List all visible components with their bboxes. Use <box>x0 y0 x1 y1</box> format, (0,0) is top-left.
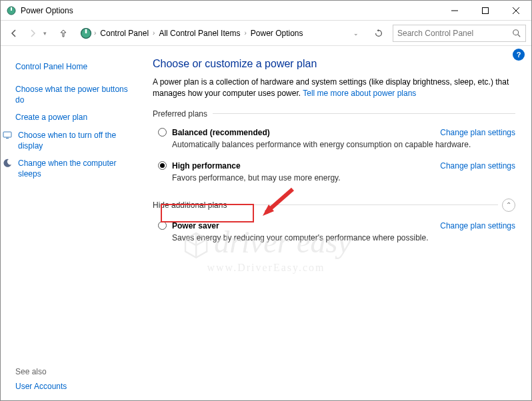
plan-radio-balanced[interactable]: Balanced (recommended) <box>158 128 270 137</box>
power-options-icon <box>6 5 17 16</box>
close-button[interactable] <box>501 1 531 21</box>
crumb-power-options[interactable]: Power Options <box>248 29 306 38</box>
window-title: Power Options <box>21 6 73 15</box>
titlebar-left: Power Options <box>6 5 73 16</box>
plan-high-performance: High performance Change plan settings Fa… <box>153 157 515 191</box>
plan-desc-high-performance: Favors performance, but may use more ene… <box>172 173 515 183</box>
svg-point-8 <box>513 29 519 35</box>
search-icon[interactable] <box>512 29 521 38</box>
breadcrumb-dropdown[interactable]: ⌄ <box>350 30 362 37</box>
sidebar-link-display-off[interactable]: Choose when to turn off the display <box>15 127 133 155</box>
plan-desc-power-saver: Saves energy by reducing your computer's… <box>172 233 515 242</box>
sidebar-link-power-buttons[interactable]: Choose what the power buttons do <box>15 81 133 109</box>
radio-icon <box>158 221 167 230</box>
crumb-control-panel[interactable]: Control Panel <box>97 29 151 38</box>
moon-icon <box>2 158 13 169</box>
hide-additional-header[interactable]: Hide additional plans ⌃ <box>153 199 515 212</box>
back-button[interactable] <box>6 25 22 41</box>
svg-rect-11 <box>6 138 9 139</box>
crumb-sep-icon[interactable]: › <box>151 29 156 37</box>
crumb-all-items[interactable]: All Control Panel Items <box>156 29 243 38</box>
search-input[interactable] <box>397 29 512 38</box>
display-icon <box>2 130 13 141</box>
svg-rect-10 <box>3 132 11 137</box>
help-icon[interactable]: ? <box>513 49 525 61</box>
svg-rect-1 <box>11 7 12 11</box>
maximize-button[interactable] <box>470 1 501 21</box>
navbar: ▾ › Control Panel › All Control Panel It… <box>1 21 531 46</box>
sidebar-bottom: See also User Accounts <box>15 367 67 391</box>
change-settings-power-saver[interactable]: Change plan settings <box>440 221 515 230</box>
crumb-sep-icon[interactable]: › <box>93 29 97 37</box>
sidebar-link-create-plan[interactable]: Create a power plan <box>15 109 133 126</box>
up-button[interactable] <box>55 25 71 41</box>
svg-rect-3 <box>483 7 489 13</box>
history-dropdown[interactable]: ▾ <box>43 30 53 37</box>
sidebar: Control Panel Home Choose what the power… <box>1 46 141 400</box>
page-description: A power plan is a collection of hardware… <box>153 77 515 100</box>
preferred-plans-header: Preferred plans <box>153 109 515 119</box>
forward-button[interactable] <box>25 25 41 41</box>
refresh-button[interactable] <box>370 25 387 42</box>
change-settings-high-performance[interactable]: Change plan settings <box>440 161 515 171</box>
power-options-addr-icon <box>79 27 93 40</box>
change-settings-balanced[interactable]: Change plan settings <box>440 128 515 137</box>
collapse-icon[interactable]: ⌃ <box>502 199 515 212</box>
breadcrumb: › Control Panel › All Control Panel Item… <box>77 25 365 42</box>
svg-rect-7 <box>85 29 87 33</box>
crumb-sep-icon[interactable]: › <box>243 29 247 37</box>
learn-more-link[interactable]: Tell me more about power plans <box>303 89 416 98</box>
plan-radio-power-saver[interactable]: Power saver <box>158 221 219 230</box>
svg-line-9 <box>518 34 521 37</box>
main-panel: ? Choose or customize a power plan A pow… <box>141 46 531 400</box>
radio-icon <box>158 161 167 170</box>
minimize-button[interactable] <box>439 1 470 21</box>
radio-icon <box>158 128 167 137</box>
window-controls <box>439 1 531 21</box>
plan-power-saver: Power saver Change plan settings Saves e… <box>153 217 515 250</box>
search-box[interactable] <box>393 25 526 42</box>
sidebar-home-link[interactable]: Control Panel Home <box>15 58 133 81</box>
see-also-label: See also <box>15 367 67 376</box>
plan-desc-balanced: Automatically balances performance with … <box>172 140 515 149</box>
content: Control Panel Home Choose what the power… <box>1 46 531 400</box>
plan-balanced: Balanced (recommended) Change plan setti… <box>153 124 515 157</box>
sidebar-link-sleep[interactable]: Change when the computer sleeps <box>15 155 133 183</box>
sidebar-link-user-accounts[interactable]: User Accounts <box>15 382 67 391</box>
page-title: Choose or customize a power plan <box>153 58 515 70</box>
titlebar: Power Options <box>1 1 531 21</box>
plan-radio-high-performance[interactable]: High performance <box>158 161 241 171</box>
